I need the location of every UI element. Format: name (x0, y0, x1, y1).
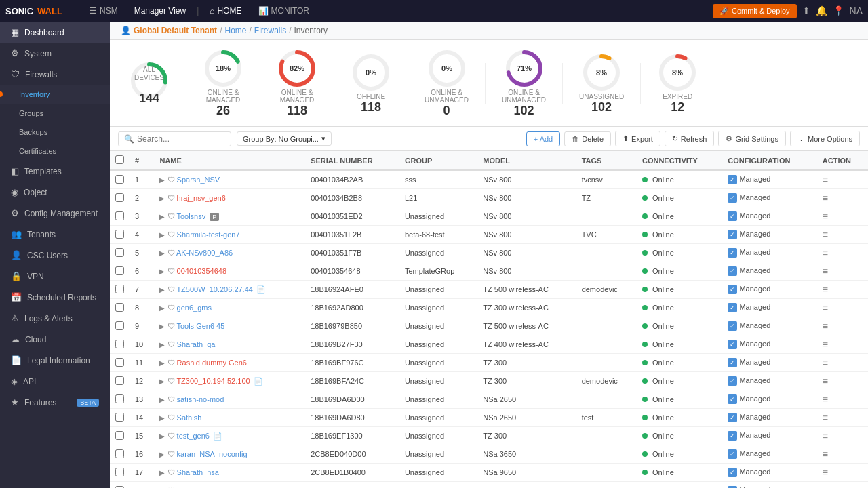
expand-icon[interactable]: ▶ (159, 469, 165, 476)
table-scroll[interactable]: # NAME SERIAL NUMBER GROUP MODEL TAGS CO… (110, 151, 868, 488)
action-menu-icon[interactable]: ≡ (823, 284, 828, 295)
sidebar-item-firewalls[interactable]: 🛡 Firewalls (0, 64, 110, 85)
device-name-link[interactable]: Sathish (177, 413, 202, 422)
sidebar-item-object[interactable]: ◉ Object (0, 182, 110, 203)
expand-icon[interactable]: ▶ (159, 414, 165, 422)
action-menu-icon[interactable]: ≡ (823, 211, 828, 222)
export-button[interactable]: ⬆ Export (615, 131, 660, 146)
row-checkbox[interactable] (110, 317, 130, 336)
action-menu-icon[interactable]: ≡ (823, 467, 828, 478)
expand-icon[interactable]: ▶ (159, 286, 165, 293)
expand-icon[interactable]: ▶ (159, 304, 165, 312)
device-name-link[interactable]: Sharath_nsa (177, 468, 219, 476)
action-menu-icon[interactable]: ≡ (823, 229, 828, 240)
action-menu-icon[interactable]: ≡ (823, 485, 828, 488)
row-checkbox[interactable] (110, 189, 130, 207)
device-name-link[interactable]: Sharmila-test-gen7 (177, 230, 240, 239)
device-name-link[interactable]: Toolsnsv (176, 212, 205, 220)
row-checkbox[interactable] (110, 336, 130, 354)
action-menu-icon[interactable]: ≡ (823, 357, 828, 368)
sidebar-item-vpn[interactable]: 🔒 VPN (0, 266, 110, 287)
device-name-link[interactable]: TZ300_10.194.52.100 (176, 377, 250, 385)
action-menu-icon[interactable]: ≡ (823, 339, 828, 350)
grid-settings-button[interactable]: ⚙ Grid Settings (718, 131, 786, 146)
commit-deploy-button[interactable]: 🚀 Commit & Deploy (713, 4, 797, 18)
action-menu-icon[interactable]: ≡ (823, 375, 828, 386)
sidebar-item-certificates[interactable]: Certificates (0, 142, 110, 161)
sidebar-item-tenants[interactable]: 👥 Tenants (0, 224, 110, 245)
expand-icon[interactable]: ▶ (159, 396, 165, 403)
action-menu-icon[interactable]: ≡ (823, 174, 828, 185)
nav-manager-view[interactable]: Manager View (129, 3, 192, 18)
row-action[interactable]: ≡ (817, 390, 868, 409)
row-action[interactable]: ≡ (817, 482, 868, 489)
row-action[interactable]: ≡ (817, 226, 868, 244)
action-menu-icon[interactable]: ≡ (823, 412, 828, 423)
expand-icon[interactable]: ▶ (159, 323, 165, 330)
expand-icon[interactable]: ▶ (159, 195, 165, 202)
sidebar-item-backups[interactable]: Backups (0, 123, 110, 142)
expand-icon[interactable]: ▶ (159, 249, 165, 257)
expand-icon[interactable]: ▶ (159, 432, 165, 440)
expand-icon[interactable]: ▶ (159, 213, 165, 220)
row-checkbox[interactable] (110, 427, 130, 445)
search-box[interactable]: 🔍 (118, 131, 231, 146)
row-checkbox[interactable] (110, 299, 130, 317)
row-checkbox[interactable] (110, 409, 130, 427)
device-name-link[interactable]: satish-no-mod (177, 395, 224, 403)
expand-icon[interactable]: ▶ (159, 378, 165, 385)
breadcrumb-firewalls[interactable]: Firewalls (254, 26, 286, 35)
row-action[interactable]: ≡ (817, 354, 868, 372)
row-action[interactable]: ≡ (817, 189, 868, 207)
device-name-link[interactable]: Sparsh_NSV (177, 176, 220, 184)
sidebar-item-cloud[interactable]: ☁ Cloud (0, 329, 110, 350)
device-name-link[interactable]: Rashid dummy Gen6 (177, 359, 247, 367)
sidebar-item-templates[interactable]: ◧ Templates (0, 161, 110, 182)
row-action[interactable]: ≡ (817, 427, 868, 445)
row-checkbox[interactable] (110, 207, 130, 226)
search-input[interactable] (137, 134, 225, 144)
nav-nsm[interactable]: ☰ NSM (84, 3, 123, 18)
nav-home[interactable]: ⌂ HOME (204, 3, 247, 18)
action-menu-icon[interactable]: ≡ (823, 394, 828, 405)
row-action[interactable]: ≡ (817, 299, 868, 317)
sidebar-item-inventory[interactable]: Inventory (0, 85, 110, 104)
sidebar-item-logs-alerts[interactable]: ⚠ Logs & Alerts (0, 308, 110, 329)
row-checkbox[interactable] (110, 226, 130, 244)
expand-icon[interactable]: ▶ (159, 268, 165, 275)
device-name-link[interactable]: test_gen6 (177, 432, 210, 440)
more-options-button[interactable]: ⋮ More Options (790, 131, 860, 146)
row-action[interactable]: ≡ (817, 244, 868, 262)
expand-icon[interactable]: ▶ (159, 231, 165, 239)
row-action[interactable]: ≡ (817, 372, 868, 390)
row-checkbox[interactable] (110, 482, 130, 489)
sidebar-item-scheduled-reports[interactable]: 📅 Scheduled Reports (0, 287, 110, 308)
row-checkbox[interactable] (110, 464, 130, 482)
action-menu-icon[interactable]: ≡ (823, 266, 828, 277)
sidebar-item-api[interactable]: ◈ API (0, 371, 110, 392)
group-by-dropdown[interactable]: Group By: No Groupi... ▾ (237, 131, 332, 146)
expand-icon[interactable]: ▶ (159, 451, 165, 458)
expand-icon[interactable]: ▶ (159, 341, 165, 348)
sidebar-item-features[interactable]: ★ Features BETA (0, 392, 110, 413)
row-checkbox[interactable] (110, 445, 130, 464)
row-checkbox[interactable] (110, 390, 130, 409)
row-checkbox[interactable] (110, 170, 130, 189)
row-action[interactable]: ≡ (817, 170, 868, 189)
action-menu-icon[interactable]: ≡ (823, 302, 828, 313)
sidebar-item-config-management[interactable]: ⚙ Config Management (0, 203, 110, 224)
device-name-link[interactable]: karan_NSA_noconfig (177, 450, 248, 458)
sidebar-item-system[interactable]: ⚙ System (0, 43, 110, 64)
row-action[interactable]: ≡ (817, 207, 868, 226)
sidebar-item-csc-users[interactable]: 👤 CSC Users (0, 245, 110, 266)
notification-icon[interactable]: 🔔 (816, 5, 827, 16)
action-menu-icon[interactable]: ≡ (823, 247, 828, 258)
sidebar-item-dashboard[interactable]: ▦ Dashboard (0, 22, 110, 43)
row-action[interactable]: ≡ (817, 317, 868, 336)
location-icon[interactable]: 📍 (833, 5, 844, 16)
breadcrumb-home[interactable]: Home (224, 26, 246, 35)
row-action[interactable]: ≡ (817, 262, 868, 281)
row-action[interactable]: ≡ (817, 445, 868, 464)
row-checkbox[interactable] (110, 244, 130, 262)
row-checkbox[interactable] (110, 372, 130, 390)
